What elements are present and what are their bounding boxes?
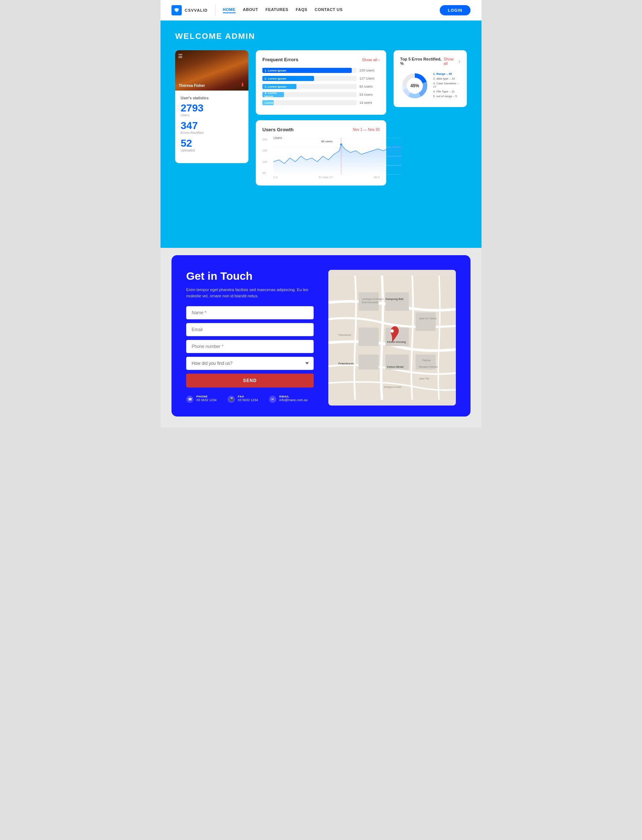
svg-text:Kebon Melali: Kebon Melali xyxy=(387,365,404,369)
users-count: 2793 xyxy=(181,103,243,113)
svg-text:Jalan KH. Wahid: Jalan KH. Wahid xyxy=(419,317,436,320)
error-item: 4. Lorem Ipsum 53 Users xyxy=(263,92,379,97)
frequent-errors-card: Frequent Errors Show all › 1. Lorem Ipsu… xyxy=(256,50,386,115)
svg-text:Petamburan: Petamburan xyxy=(338,362,354,365)
uploaded-count: 52 xyxy=(181,138,243,148)
donut-legend: 1. Range – 452. data type – 223. Case Se… xyxy=(433,72,460,99)
svg-point-34 xyxy=(390,329,394,333)
error-bar: 3. Lorem Ipsum xyxy=(263,84,297,89)
svg-point-6 xyxy=(340,143,342,146)
show-all-donut[interactable]: Show all › xyxy=(444,57,460,66)
error-item: 2. Lorem Ipsum 127 Users xyxy=(263,76,379,81)
svg-rect-20 xyxy=(415,312,436,331)
how-found-select[interactable]: How did you find us? Google Social Media… xyxy=(186,357,314,370)
nav-about[interactable]: ABOUT xyxy=(243,7,258,13)
users-growth-title: Users Growth xyxy=(263,127,293,132)
name-input[interactable] xyxy=(186,306,314,319)
email-label: EMAIL xyxy=(279,395,308,398)
legend-item: 5. out of range – 5 xyxy=(433,94,460,98)
contact-title: Get in Touch xyxy=(186,270,314,282)
svg-rect-16 xyxy=(358,328,379,346)
email-input[interactable] xyxy=(186,323,314,336)
show-all-errors[interactable]: Show all › xyxy=(362,58,379,62)
errors-label: Errors Rectified xyxy=(181,131,243,135)
user-avatar-section: ☰ Theresa Fisher ⬇ xyxy=(175,50,248,91)
error-item: 3. Lorem Ipsum 82 Users xyxy=(263,84,379,89)
email-icon: ✉ xyxy=(269,396,276,403)
error-count: 53 Users xyxy=(360,93,379,96)
donut-percent: 45% xyxy=(410,83,419,88)
error-bar-container: 2. Lorem Ipsum xyxy=(263,76,357,81)
error-count: 14 users xyxy=(360,101,379,104)
legend-item: 3. Case Sensitive – 17 xyxy=(433,82,460,88)
frequent-errors-title: Frequent Errors xyxy=(263,57,298,62)
svg-text:Kebon Kacang: Kebon Kacang xyxy=(387,340,406,344)
contact-right: Lambaga Kesehatan Budi Kemuliaan Kampung… xyxy=(328,270,456,406)
users-label: Users xyxy=(181,113,243,117)
growth-chart-svg xyxy=(273,138,402,174)
svg-rect-15 xyxy=(386,292,409,310)
contact-left: Get in Touch Enim tempor eget pharetra f… xyxy=(186,270,314,406)
phone-label: PHONE xyxy=(196,395,217,398)
fax-value: 03 5632 1234 xyxy=(238,398,258,402)
nav-faqs[interactable]: FAQS xyxy=(296,7,308,13)
svg-text:Petamburan: Petamburan xyxy=(338,334,351,336)
users-growth-card: Users Growth Nov 1 — Nov 30 Users 82 use… xyxy=(256,120,386,185)
error-bar-container: 3. Lorem Ipsum xyxy=(263,84,357,89)
stats-title: User's statistics xyxy=(181,96,243,100)
donut-chart: 45% xyxy=(400,71,430,101)
error-bar: 1. Lorem Ipsum xyxy=(263,68,352,73)
menu-icon[interactable]: ☰ xyxy=(178,53,183,59)
contact-desc: Enim tempor eget pharetra facilisis sed … xyxy=(186,287,314,299)
legend-item: 1. Range – 45 xyxy=(433,72,460,76)
contact-fax-item: 📠 FAX 03 5632 1234 xyxy=(227,395,258,403)
x-axis-labels: 1.II Fr, Nov 17 30.II xyxy=(273,175,379,179)
welcome-title: WELCOME ADMIN xyxy=(175,31,467,41)
error-bar: 2. Lorem Ipsum xyxy=(263,76,314,81)
growth-chart-area: Users 82 users 200 150 100 50 xyxy=(263,138,379,174)
send-button[interactable]: SEND xyxy=(186,374,314,388)
download-icon[interactable]: ⬇ xyxy=(240,82,245,88)
contact-phone-item: ☎ PHONE 03 5632 1234 xyxy=(186,395,217,403)
contact-form: How did you find us? Google Social Media… xyxy=(186,306,314,388)
error-bar-container: 4. Lorem Ipsum xyxy=(263,92,357,97)
phone-input[interactable] xyxy=(186,340,314,353)
user-name: Theresa Fisher xyxy=(179,84,205,88)
main-section: WELCOME ADMIN ☰ Theresa Fisher ⬇ User's … xyxy=(160,21,481,248)
middle-charts: Frequent Errors Show all › 1. Lorem Ipsu… xyxy=(256,50,386,185)
frequent-errors-header: Frequent Errors Show all › xyxy=(263,57,379,62)
fax-icon: 📠 xyxy=(227,396,235,403)
map-container: Lambaga Kesehatan Budi Kemuliaan Kampung… xyxy=(328,270,456,406)
y-axis-labels: 200 150 100 50 xyxy=(263,138,267,174)
svg-text:Jalan Pali: Jalan Pali xyxy=(419,377,429,380)
contact-footer: ☎ PHONE 03 5632 1234 📠 FAX 03 5632 1234 xyxy=(186,395,314,403)
donut-header: Top 5 Erros Rectified, % Show all › xyxy=(400,57,460,66)
dashboard-grid: ☰ Theresa Fisher ⬇ User's statistics 279… xyxy=(175,50,467,185)
error-count: 127 Users xyxy=(360,76,379,80)
error-count: 229 Users xyxy=(360,68,379,72)
contact-outer: Get in Touch Enim tempor eget pharetra f… xyxy=(160,248,481,427)
donut-title: Top 5 Erros Rectified, % xyxy=(400,57,444,66)
phone-icon: ☎ xyxy=(186,396,193,403)
error-item: 5. Lorem Ipsum 14 users xyxy=(263,100,379,105)
error-bar-container: 1. Lorem Ipsum xyxy=(263,68,357,73)
uploaded-label: Uploaded xyxy=(181,148,243,152)
logo: CSVVALID xyxy=(172,5,208,15)
donut-container: 45% 1. Range – 452. data type – 223. Cas… xyxy=(400,71,460,101)
legend-item: 4. File Type – 11 xyxy=(433,90,460,93)
nav-contact[interactable]: CONTACT US xyxy=(315,7,343,13)
donut-card: Top 5 Erros Rectified, % Show all › xyxy=(394,50,467,107)
phone-value: 03 5632 1234 xyxy=(196,398,217,402)
svg-text:Shangri-La Hotel: Shangri-La Hotel xyxy=(384,386,401,389)
login-button[interactable]: LOGIN xyxy=(440,5,470,15)
growth-date-range: Nov 1 — Nov 30 xyxy=(353,128,379,132)
legend-item: 2. data type – 22 xyxy=(433,77,460,80)
fax-label: FAX xyxy=(238,395,258,398)
nav-features[interactable]: FEATURES xyxy=(265,7,288,13)
map-svg: Lambaga Kesehatan Budi Kemuliaan Kampung… xyxy=(328,270,456,406)
users-growth-header: Users Growth Nov 1 — Nov 30 xyxy=(263,127,379,132)
svg-text:Budi Kemuliaan: Budi Kemuliaan xyxy=(362,301,379,304)
error-count: 82 Users xyxy=(360,85,379,88)
nav-home[interactable]: HOME xyxy=(223,7,236,13)
email-value: info@manc.com.au xyxy=(279,398,308,402)
